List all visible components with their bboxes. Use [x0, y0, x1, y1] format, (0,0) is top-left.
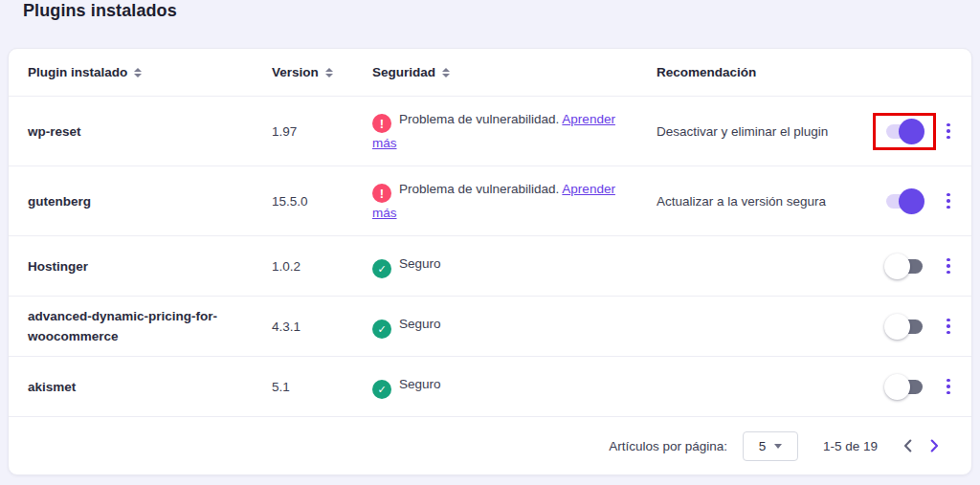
plugin-version: 5.1 — [272, 377, 372, 397]
column-header-recommendation: Recomendación — [657, 65, 874, 79]
items-per-page-label: Artículos por página: — [609, 439, 727, 453]
warning-icon: ! — [372, 114, 391, 133]
plugin-version: 1.0.2 — [272, 256, 372, 276]
recommendation-text: Desactivar y eliminar el plugin — [657, 121, 874, 142]
table-body: wp-reset 1.97 !Problema de vulnerabilida… — [9, 97, 971, 417]
column-header-security-label: Seguridad — [372, 65, 435, 79]
check-icon: ✓ — [372, 259, 391, 278]
toggle-knob — [899, 119, 924, 144]
pagination-footer: Artículos por página: 5 1-5 de 19 — [9, 417, 971, 474]
plugin-name: advanced-dynamic-pricing-for-woocommerce — [28, 306, 272, 346]
chevron-left-icon[interactable] — [897, 435, 918, 456]
check-icon: ✓ — [372, 320, 391, 339]
toggle-knob — [884, 254, 910, 279]
security-text: Seguro — [399, 377, 441, 391]
toggle-knob — [884, 314, 910, 340]
check-icon: ✓ — [372, 380, 391, 399]
kebab-menu-icon[interactable] — [943, 189, 954, 213]
plugin-version: 1.97 — [272, 121, 372, 142]
column-header-security[interactable]: Seguridad — [372, 65, 657, 79]
table-row: gutenberg 15.5.0 !Problema de vulnerabil… — [9, 166, 971, 236]
column-header-plugin-label: Plugin instalado — [28, 65, 127, 79]
items-per-page-value: 5 — [759, 439, 767, 453]
sort-icon[interactable] — [442, 68, 450, 77]
plugin-name: wp-reset — [28, 121, 272, 142]
column-header-version[interactable]: Version — [272, 65, 372, 79]
security-text: Problema de vulnerabilidad. — [399, 112, 562, 126]
security-cell: !Problema de vulnerabilidad. Aprender má… — [372, 109, 638, 154]
table-row: wp-reset 1.97 !Problema de vulnerabilida… — [9, 97, 971, 166]
plugin-version: 4.3.1 — [272, 317, 372, 337]
plugins-table-card: Plugin instalado Version Seguridad Recom… — [8, 48, 972, 475]
kebab-menu-icon[interactable] — [943, 315, 954, 339]
table-row: akismet 5.1 ✓Seguro — [9, 357, 971, 417]
recommendation-text: Actualizar a la versión segura — [657, 191, 874, 211]
warning-icon: ! — [372, 184, 391, 203]
plugin-name: akismet — [28, 377, 272, 397]
chevron-right-icon[interactable] — [924, 435, 945, 456]
plugin-version: 15.5.0 — [272, 191, 372, 211]
items-per-page-select[interactable]: 5 — [743, 431, 798, 461]
plugin-toggle[interactable] — [885, 254, 924, 279]
kebab-menu-icon[interactable] — [943, 375, 954, 399]
table-header-row: Plugin instalado Version Seguridad Recom… — [9, 49, 971, 97]
table-row: advanced-dynamic-pricing-for-woocommerce… — [9, 297, 971, 357]
plugin-name: Hostinger — [28, 256, 272, 276]
security-cell: ✓Seguro — [372, 374, 638, 400]
kebab-menu-icon[interactable] — [943, 254, 954, 278]
toggle-knob — [884, 374, 910, 400]
plugin-name: gutenberg — [28, 191, 272, 211]
security-cell: ✓Seguro — [372, 314, 638, 340]
security-cell: !Problema de vulnerabilidad. Aprender má… — [372, 179, 638, 224]
caret-down-icon — [774, 444, 782, 449]
plugin-toggle[interactable] — [885, 374, 924, 400]
plugin-toggle[interactable] — [885, 314, 924, 340]
toggle-knob — [899, 188, 924, 214]
page-title: Plugins instalados — [23, 1, 177, 21]
plugin-toggle[interactable] — [885, 188, 924, 214]
column-header-recommendation-label: Recomendación — [657, 65, 756, 79]
sort-icon[interactable] — [134, 68, 142, 77]
column-header-plugin[interactable]: Plugin instalado — [28, 65, 272, 79]
sort-icon[interactable] — [325, 68, 333, 77]
column-header-version-label: Version — [272, 65, 319, 79]
table-row: Hostinger 1.0.2 ✓Seguro — [9, 236, 971, 297]
security-text: Problema de vulnerabilidad. — [399, 182, 562, 196]
security-text: Seguro — [399, 256, 441, 271]
pagination-range: 1-5 de 19 — [823, 439, 878, 453]
security-text: Seguro — [399, 317, 441, 331]
kebab-menu-icon[interactable] — [943, 120, 954, 143]
plugin-toggle[interactable] — [885, 119, 924, 144]
security-cell: ✓Seguro — [372, 254, 638, 279]
